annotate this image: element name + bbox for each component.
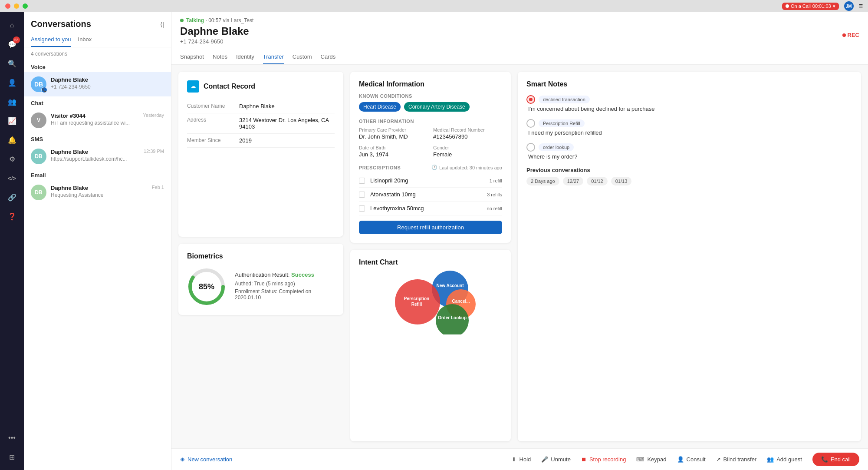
conversations-panel: Conversations ⟨| Assigned to you Inbox 4… <box>24 12 171 470</box>
sidebar-item-team[interactable]: 👥 <box>3 93 21 110</box>
prev-tag[interactable]: 01/13 <box>611 177 632 185</box>
prescription-checkbox[interactable] <box>359 205 365 212</box>
on-call-label: On a Call <box>791 3 811 9</box>
sidebar-item-alerts[interactable]: 🔔 <box>3 131 21 149</box>
end-call-label: End call <box>831 456 851 463</box>
list-item[interactable]: DB 📞 Daphne Blake +1 724-234-9650 <box>24 72 171 96</box>
minimize-dot[interactable] <box>14 3 19 9</box>
window-controls[interactable] <box>5 3 28 9</box>
sidebar-item-contacts[interactable]: 👤 <box>3 74 21 91</box>
svg-text:Order Lookup: Order Lookup <box>438 315 467 320</box>
contact-name: Daphne Blake <box>51 185 148 191</box>
note-indicator <box>526 119 535 128</box>
list-item[interactable]: V Visitor #3044 Hi I am requesting assis… <box>24 108 171 132</box>
new-conversation-button[interactable]: ⊕ New conversation <box>180 456 232 463</box>
note-item: declined transaction I'm concerned about… <box>526 95 852 112</box>
sidebar-item-home[interactable]: ⌂ <box>3 17 21 34</box>
titlebar-right: On a Call 00:01:03 ▾ JM ≡ <box>782 1 863 11</box>
prev-tag[interactable]: 01/12 <box>587 177 608 185</box>
middle-column: Medical Information KNOWN CONDITIONS Hea… <box>350 72 511 441</box>
user-avatar[interactable]: JM <box>844 1 854 11</box>
intent-chart-card: Intent Chart New Account Perscription Re… <box>350 250 511 441</box>
note-tag: declined transaction <box>539 96 590 103</box>
add-guest-button[interactable]: 👥 Add guest <box>767 456 802 463</box>
contact-row: Customer Name Daphne Blake <box>187 99 335 113</box>
prescription-checkbox[interactable] <box>359 192 365 198</box>
stop-recording-button[interactable]: ⏹ Stop recording <box>581 456 626 463</box>
keypad-button[interactable]: ⌨ Keypad <box>636 456 666 463</box>
tab-assigned-to-you[interactable]: Assigned to you <box>31 33 71 47</box>
refill-authorization-button[interactable]: Request refill authorization <box>359 221 502 234</box>
maximize-dot[interactable] <box>23 3 28 9</box>
record-number-item: Medical Record Number #1234567890 <box>433 127 502 140</box>
tab-identity[interactable]: Identity <box>236 50 254 64</box>
customer-name-label: Customer Name <box>187 103 239 109</box>
note-tag: order lookup <box>539 143 574 151</box>
sidebar-item-conversations[interactable]: 💬 23 <box>3 36 21 53</box>
hold-label: Hold <box>519 456 531 463</box>
list-item[interactable]: DB Daphne Blake Requesting Assistance Fe… <box>24 180 171 205</box>
sidebar-item-search[interactable]: 🔍 <box>3 55 21 72</box>
stop-recording-label: Stop recording <box>589 456 626 463</box>
note-item: order lookup Where is my order? <box>526 143 852 160</box>
prescription-row: Atorvastatin 10mg 3 refills <box>359 188 502 202</box>
biometrics-info: Authentication Result: Success Authed: T… <box>235 271 335 302</box>
active-dot <box>529 98 533 101</box>
tab-custom[interactable]: Custom <box>293 50 312 64</box>
note-tags: order lookup <box>526 143 852 152</box>
menu-icon[interactable]: ≡ <box>859 2 863 10</box>
conversation-count: 4 conversations <box>24 47 171 60</box>
contact-record-card: ☁ Contact Record Customer Name Daphne Bl… <box>178 72 343 237</box>
blind-transfer-button[interactable]: ↗ Blind transfer <box>716 456 757 463</box>
sidebar-item-grid[interactable]: ⊞ <box>3 448 21 466</box>
prev-conv-tags: 2 Days ago 12/27 01/12 01/13 <box>526 177 852 185</box>
message-preview: https://support.talkdesk.com/hc... <box>51 156 139 162</box>
sidebar-item-analytics[interactable]: 📈 <box>3 112 21 129</box>
primary-care-item: Primary Care Provider Dr. John Smith, MD <box>359 127 428 140</box>
dob-item: Date of Birth Jun 3, 1974 <box>359 145 428 158</box>
tab-cards[interactable]: Cards <box>321 50 336 64</box>
tab-inbox[interactable]: Inbox <box>78 33 92 47</box>
prev-tag[interactable]: 2 Days ago <box>526 177 559 185</box>
gauge-text: 85% <box>199 282 214 291</box>
add-guest-label: Add guest <box>776 456 802 463</box>
consult-button[interactable]: 👤 Consult <box>677 456 706 463</box>
hold-button[interactable]: ⏸ Hold <box>511 456 531 463</box>
chevron-down-icon[interactable]: ▾ <box>833 3 835 9</box>
tab-snapshot[interactable]: Snapshot <box>180 50 204 64</box>
list-item[interactable]: DB Daphne Blake https://support.talkdesk… <box>24 144 171 169</box>
dob-value: Jun 3, 1974 <box>359 151 428 158</box>
collapse-button[interactable]: ⟨| <box>160 21 164 28</box>
close-dot[interactable] <box>5 3 10 9</box>
channel-badge-voice: 📞 <box>41 87 47 93</box>
previous-conversations: Previous conversations 2 Days ago 12/27 … <box>526 167 852 185</box>
contact-record-title: Contact Record <box>204 83 255 90</box>
unmute-button[interactable]: 🎤 Unmute <box>541 456 571 463</box>
sidebar-item-help[interactable]: ❓ <box>3 208 21 225</box>
prescription-checkbox[interactable] <box>359 178 365 184</box>
prescriptions-label: PRESCRIPTIONS <box>359 165 401 170</box>
other-info-label: OTHER INFORMATION <box>359 119 502 124</box>
smart-notes-card: Smart Notes declined transaction I'm con… <box>518 72 861 441</box>
smart-notes-title: Smart Notes <box>526 80 852 88</box>
stop-icon: ⏹ <box>581 456 587 463</box>
prev-tag[interactable]: 12/27 <box>563 177 584 185</box>
section-header-voice: Voice <box>24 60 171 72</box>
svg-text:Perscription: Perscription <box>404 296 429 301</box>
tab-transfer[interactable]: Transfer <box>263 50 284 64</box>
intent-chart-title: Intent Chart <box>359 258 502 266</box>
tab-notes[interactable]: Notes <box>213 50 227 64</box>
sidebar-item-code[interactable]: </> <box>3 169 21 187</box>
sidebar-item-settings[interactable]: ⚙ <box>3 150 21 168</box>
refill-badge: no refill <box>487 206 502 211</box>
sidebar-item-more[interactable]: ••• <box>3 429 21 447</box>
contact-row: Address 3214 Westover Dr. Los Angeles, C… <box>187 113 335 134</box>
sidebar-item-integrations[interactable]: 🔗 <box>3 189 21 206</box>
last-updated: 🕐 Last updated: 30 minutes ago <box>431 165 502 170</box>
call-status: Talking · 00:57 via Lars_Test <box>180 17 859 23</box>
conversation-info: Daphne Blake +1 724-234-9650 <box>51 76 164 90</box>
note-text: I need my perscription refilled <box>526 129 852 136</box>
message-preview: Hi I am requesting assistance wi... <box>51 120 138 126</box>
svg-text:Cancel...: Cancel... <box>452 299 470 304</box>
end-call-button[interactable]: 📞 End call <box>812 453 859 466</box>
